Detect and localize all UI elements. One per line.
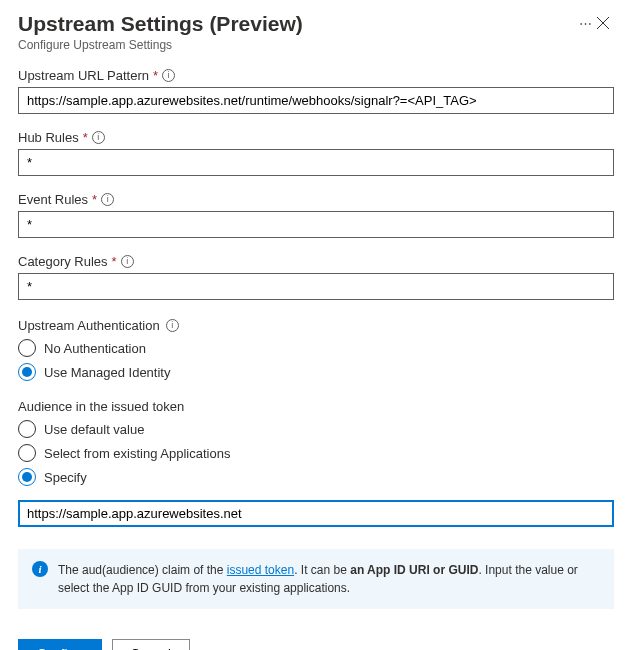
- info-icon[interactable]: i: [92, 131, 105, 144]
- audience-radio-existing-label: Select from existing Applications: [44, 446, 230, 461]
- page-subtitle: Configure Upstream Settings: [18, 38, 571, 52]
- category-rules-label: Category Rules: [18, 254, 108, 269]
- issued-token-link[interactable]: issued token: [227, 563, 294, 577]
- audience-radio-default-label: Use default value: [44, 422, 144, 437]
- url-pattern-input[interactable]: [18, 87, 614, 114]
- close-icon[interactable]: [592, 12, 614, 37]
- auth-section-label: Upstream Authentication: [18, 318, 160, 333]
- auth-radio-managed-label: Use Managed Identity: [44, 365, 170, 380]
- radio-icon: [18, 468, 36, 486]
- required-marker: *: [83, 130, 88, 145]
- audience-radio-existing[interactable]: Select from existing Applications: [18, 444, 614, 462]
- radio-icon: [18, 339, 36, 357]
- category-rules-input[interactable]: [18, 273, 614, 300]
- required-marker: *: [92, 192, 97, 207]
- info-box: i The aud(audience) claim of the issued …: [18, 549, 614, 609]
- auth-radio-none[interactable]: No Authentication: [18, 339, 614, 357]
- confirm-button[interactable]: Confirm: [18, 639, 102, 650]
- auth-radio-managed[interactable]: Use Managed Identity: [18, 363, 614, 381]
- required-marker: *: [153, 68, 158, 83]
- radio-icon: [18, 363, 36, 381]
- audience-value-input[interactable]: [18, 500, 614, 527]
- info-icon: i: [32, 561, 48, 577]
- cancel-button[interactable]: Cancel: [112, 639, 190, 650]
- audience-radio-default[interactable]: Use default value: [18, 420, 614, 438]
- hub-rules-label: Hub Rules: [18, 130, 79, 145]
- info-icon[interactable]: i: [121, 255, 134, 268]
- audience-section-label: Audience in the issued token: [18, 399, 184, 414]
- more-icon[interactable]: ⋯: [579, 16, 592, 31]
- page-title: Upstream Settings (Preview): [18, 12, 571, 36]
- auth-radio-none-label: No Authentication: [44, 341, 146, 356]
- audience-radio-specify-label: Specify: [44, 470, 87, 485]
- info-box-text: The aud(audience) claim of the issued to…: [58, 561, 600, 597]
- url-pattern-label: Upstream URL Pattern: [18, 68, 149, 83]
- event-rules-label: Event Rules: [18, 192, 88, 207]
- required-marker: *: [112, 254, 117, 269]
- radio-icon: [18, 444, 36, 462]
- hub-rules-input[interactable]: [18, 149, 614, 176]
- info-icon[interactable]: i: [166, 319, 179, 332]
- radio-icon: [18, 420, 36, 438]
- info-icon[interactable]: i: [162, 69, 175, 82]
- info-icon[interactable]: i: [101, 193, 114, 206]
- event-rules-input[interactable]: [18, 211, 614, 238]
- audience-radio-specify[interactable]: Specify: [18, 468, 614, 486]
